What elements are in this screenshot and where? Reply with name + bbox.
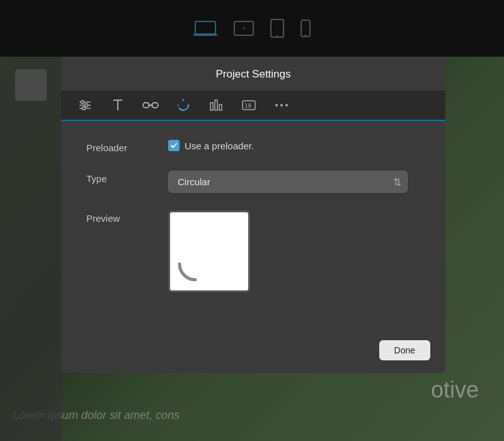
tab-code[interactable]: 10: [235, 93, 263, 117]
type-select[interactable]: Circular Bar Custom: [168, 171, 408, 193]
side-panel: [0, 57, 61, 441]
project-settings-modal: Project Settings: [61, 57, 445, 373]
svg-point-11: [81, 101, 84, 104]
svg-point-12: [85, 104, 88, 107]
modal-tab-bar: 10: [61, 91, 445, 121]
svg-point-23: [188, 105, 190, 106]
side-panel-item: [15, 69, 47, 101]
modal-title: Project Settings: [61, 57, 445, 91]
svg-point-21: [183, 110, 185, 112]
preloader-checkbox-label: Use a preloader.: [185, 140, 254, 151]
svg-point-31: [285, 104, 288, 106]
tab-preloader[interactable]: [169, 93, 197, 117]
tab-settings[interactable]: [71, 93, 99, 117]
tab-link[interactable]: [137, 93, 164, 117]
preloader-checkbox[interactable]: [168, 140, 180, 151]
preview-control: [168, 210, 420, 292]
type-label: Type: [86, 171, 168, 184]
svg-point-19: [178, 100, 188, 110]
preloader-label: Preloader: [86, 140, 168, 153]
svg-point-22: [178, 105, 180, 106]
svg-point-30: [280, 104, 283, 106]
svg-rect-26: [219, 105, 222, 110]
preview-label: Preview: [86, 210, 168, 224]
svg-point-29: [275, 104, 278, 106]
preview-row: Preview: [86, 210, 420, 292]
svg-point-20: [183, 100, 185, 101]
svg-text:10: 10: [244, 103, 251, 109]
svg-point-13: [83, 107, 86, 110]
preview-inner: [170, 212, 248, 290]
modal-content: Preloader Use a preloader. Type Ci: [61, 121, 445, 373]
type-control: Circular Bar Custom ⇅: [168, 171, 420, 193]
type-row: Type Circular Bar Custom ⇅: [86, 171, 420, 193]
svg-rect-24: [210, 103, 213, 110]
preview-box: [168, 210, 250, 292]
tab-chart[interactable]: [202, 93, 230, 117]
tab-more[interactable]: [268, 93, 295, 117]
preloader-arc-svg: [176, 245, 214, 283]
done-button[interactable]: Done: [379, 340, 430, 360]
preloader-checkbox-wrapper[interactable]: Use a preloader.: [168, 140, 420, 151]
preloader-control: Use a preloader.: [168, 140, 420, 151]
tab-text[interactable]: [104, 93, 132, 117]
type-select-wrapper: Circular Bar Custom ⇅: [168, 171, 408, 193]
preloader-row: Preloader Use a preloader.: [86, 140, 420, 153]
svg-rect-25: [215, 100, 217, 110]
